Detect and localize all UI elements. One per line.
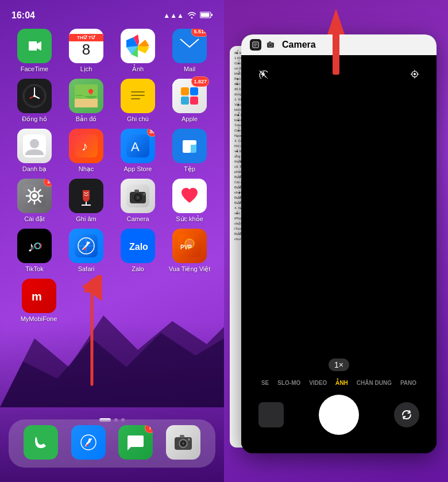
camera-title: Camera — [282, 40, 428, 50]
svg-rect-34 — [183, 140, 196, 145]
ghiam-icon[interactable] — [69, 179, 103, 213]
status-bar: 16:04 ▲▲▲ — [0, 0, 224, 25]
app-anh[interactable]: Ảnh — [117, 29, 160, 73]
messages-icon[interactable]: ! — [118, 425, 153, 460]
safari-icon[interactable] — [69, 229, 103, 263]
app-ghiam[interactable]: Ghi âm — [65, 179, 108, 223]
nhac-label: Nhạc — [79, 165, 94, 173]
apple-label: Apple — [181, 115, 198, 122]
svg-line-85 — [260, 71, 267, 78]
svg-marker-65 — [83, 278, 101, 292]
tep-label: Tệp — [184, 165, 195, 173]
shutter-inner — [322, 398, 356, 431]
app-camera[interactable]: Camera — [117, 179, 160, 223]
flash-icon[interactable] — [253, 64, 273, 84]
facetime-icon[interactable] — [17, 29, 52, 63]
mode-pano[interactable]: PANO — [400, 380, 416, 386]
camera-icon[interactable] — [121, 179, 155, 213]
appstore-icon[interactable]: A 36 — [121, 129, 155, 163]
mymobifone-label: MyMobiFone — [21, 315, 57, 322]
mode-se[interactable]: SE — [261, 380, 269, 386]
dock-safari-icon[interactable] — [71, 425, 106, 460]
app-vtviet[interactable]: PVP Vua Tiếng Việt — [168, 229, 211, 273]
dock-camera[interactable] — [166, 425, 200, 462]
tiktok-icon[interactable]: ♪ — [17, 229, 52, 263]
mail-icon[interactable]: 5.513 — [172, 29, 207, 63]
app-facetime[interactable]: FaceTime — [13, 29, 56, 73]
dock-phone[interactable] — [24, 425, 58, 462]
nhac-icon[interactable]: ♪ — [69, 129, 103, 163]
app-lich[interactable]: THỨ TƯ 8 Lịch — [65, 29, 108, 73]
anh-icon[interactable] — [121, 29, 155, 63]
zalo-label: Zalo — [132, 265, 144, 272]
mode-video[interactable]: VIDEO — [309, 380, 327, 386]
caidat-icon[interactable]: 2 — [17, 179, 52, 213]
mode-chandung[interactable]: CHÂN DUNG — [357, 380, 392, 386]
donghо-icon[interactable] — [17, 79, 52, 113]
app-tiktok[interactable]: ♪ TikTok — [13, 229, 56, 273]
ghiam-label: Ghi âm — [76, 215, 96, 222]
facetime-label: FaceTime — [21, 65, 49, 72]
ghichu-icon[interactable] — [121, 79, 155, 113]
app-mail[interactable]: 5.513 Mail — [168, 29, 211, 73]
camera-shutter-row — [241, 389, 437, 446]
right-swipe-arrow — [319, 6, 353, 75]
app-ghichu[interactable]: Ghi chú — [117, 79, 160, 123]
settings-icon[interactable] — [404, 64, 425, 84]
right-phone-screen: để biết c...1.Không...Giải ph...có thể s… — [224, 0, 448, 482]
apple-icon[interactable]: 1.827 — [172, 79, 207, 113]
appstore-label: App Store — [124, 165, 152, 172]
anh-label: Ảnh — [132, 65, 144, 73]
app-zalo[interactable]: Zalo Zalo — [117, 229, 160, 273]
wifi-icon — [187, 11, 196, 20]
app-appstore[interactable]: A 36 App Store — [117, 129, 160, 173]
app-suckhoe[interactable]: Sức khỏe — [168, 179, 211, 223]
dock-camera-icon[interactable] — [166, 425, 200, 460]
svg-text:m: m — [32, 290, 42, 303]
dock-messages[interactable]: ! — [118, 425, 153, 462]
svg-rect-18 — [75, 99, 98, 107]
mode-slomo[interactable]: SLO-MO — [277, 380, 300, 386]
svg-rect-4 — [201, 13, 210, 17]
app-donghо[interactable]: Đồng hồ — [13, 79, 56, 123]
svg-point-45 — [137, 197, 139, 199]
mymobifone-icon[interactable]: m — [22, 279, 56, 313]
lich-icon[interactable]: THỨ TƯ 8 — [69, 29, 103, 63]
app-caidat[interactable]: 2 Cài đặt — [13, 179, 56, 223]
shutter-button[interactable] — [319, 395, 359, 435]
app-row-3: Danh bạ ♪ Nhạc A 36 App Store Tệp — [9, 129, 215, 173]
mode-anh[interactable]: ẢNH — [335, 380, 347, 386]
app-safari[interactable]: Safari — [65, 229, 108, 273]
dock-safari[interactable] — [71, 425, 106, 462]
app-tep[interactable]: Tệp — [168, 129, 211, 173]
app-bando[interactable]: Bản đồ — [65, 79, 108, 123]
lich-label: Lịch — [80, 65, 92, 73]
apple-badge: 1.827 — [191, 76, 209, 87]
camera-viewfinder: 1× SE SLO-MO VIDEO ẢNH CHÂN DUNG PANO — [241, 55, 437, 446]
tiktok-label: TikTok — [25, 265, 43, 272]
svg-text:A: A — [131, 140, 140, 154]
svg-text:♪: ♪ — [82, 139, 88, 153]
tep-icon[interactable] — [172, 129, 207, 163]
danhba-icon[interactable] — [17, 129, 52, 163]
flip-camera-button[interactable] — [394, 402, 419, 427]
svg-rect-76 — [180, 435, 184, 438]
bando-icon[interactable] — [69, 79, 103, 113]
phone-icon[interactable] — [24, 425, 58, 460]
zalo-icon[interactable]: Zalo — [121, 229, 155, 263]
app-danhba[interactable]: Danh bạ — [13, 129, 56, 173]
status-icons: ▲▲▲ — [163, 11, 213, 20]
suckhoe-icon[interactable] — [172, 179, 207, 213]
donghо-label: Đồng hồ — [22, 115, 47, 123]
svg-text:Zalo: Zalo — [129, 242, 148, 252]
vtviet-label: Vua Tiếng Việt — [169, 265, 211, 273]
zoom-level[interactable]: 1× — [241, 353, 437, 377]
app-mymobifone[interactable]: m MyMobiFone — [17, 279, 60, 322]
vtviet-icon[interactable]: PVP — [172, 229, 207, 263]
camera-thumbnail[interactable] — [258, 402, 284, 427]
svg-point-37 — [32, 194, 37, 198]
app-nhac[interactable]: ♪ Nhạc — [65, 129, 108, 173]
svg-marker-6 — [29, 41, 37, 51]
caidat-label: Cài đặt — [24, 215, 45, 223]
app-apple[interactable]: 1.827 Apple — [168, 79, 211, 123]
